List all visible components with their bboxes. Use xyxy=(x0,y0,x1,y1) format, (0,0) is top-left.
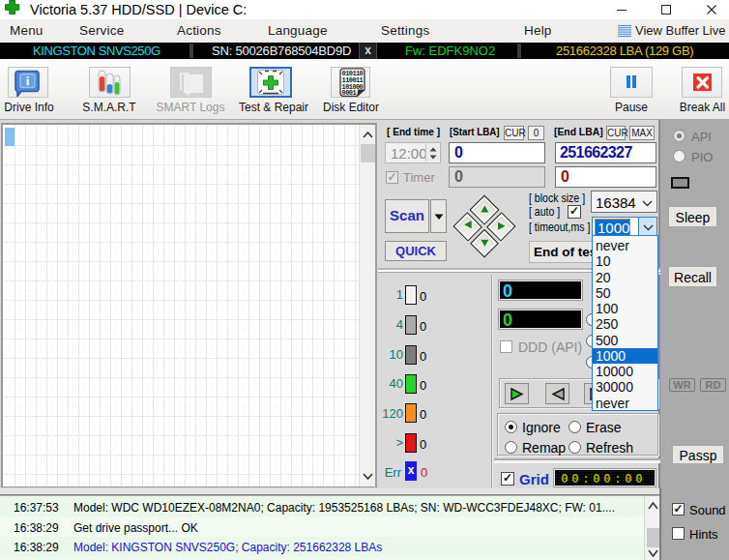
svg-text:i: i xyxy=(26,74,30,88)
svg-text:0001: 0001 xyxy=(342,89,357,97)
